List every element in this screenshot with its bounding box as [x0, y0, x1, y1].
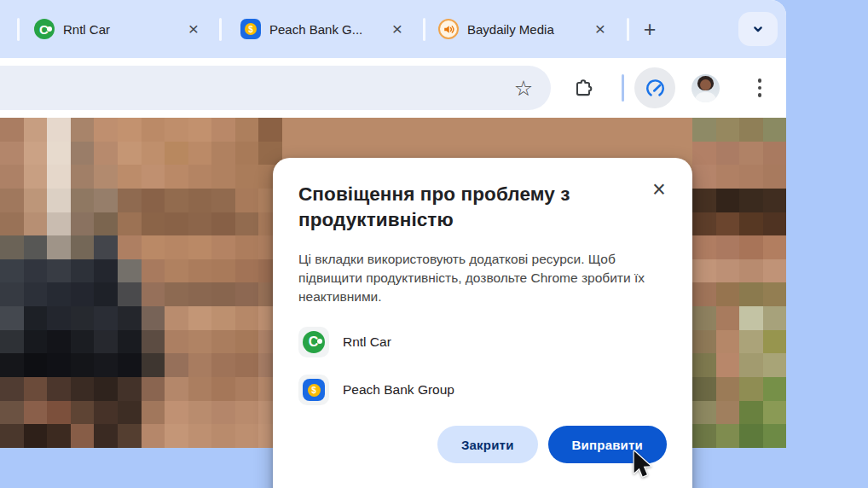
speedometer-icon: [644, 77, 667, 100]
extensions-puzzle-icon[interactable]: [570, 74, 597, 102]
tab-close-icon[interactable]: ×: [184, 20, 203, 38]
dialog-actions: Закрити Виправити: [298, 426, 667, 463]
dialog-title: Сповіщення про проблему з продуктивністю: [298, 182, 648, 233]
tab-strip: C Rntl Car × $ Peach Bank G... × Baydail…: [0, 0, 786, 58]
tab-close-icon[interactable]: ×: [388, 20, 407, 38]
three-dot-menu-icon[interactable]: [747, 75, 773, 101]
tab-separator: [423, 18, 425, 41]
rntl-car-icon: C: [303, 331, 325, 353]
favicon-container: $: [298, 375, 329, 405]
list-item-peach-bank: $ Peach Bank Group: [298, 375, 667, 405]
toolbar-separator: [622, 74, 624, 102]
close-button[interactable]: Закрити: [437, 426, 538, 463]
chevron-down-icon: [749, 20, 767, 38]
rntl-car-favicon: C: [34, 19, 55, 39]
list-item-rntl-car: C Rntl Car: [298, 327, 667, 357]
user-avatar[interactable]: [692, 74, 720, 102]
tab-separator: [627, 18, 629, 41]
tab-label: Baydaily Media: [467, 22, 554, 37]
dialog-body-text: Ці вкладки використовують додаткові ресу…: [298, 250, 667, 306]
peach-bank-icon: $: [303, 379, 325, 401]
tab-separator: [17, 18, 20, 41]
audio-speaker-favicon: [438, 19, 459, 39]
tab-rntl-car[interactable]: C Rntl Car ×: [34, 0, 203, 58]
mouse-cursor: [630, 450, 654, 480]
tab-list: C Rntl Car $ Peach Bank Group: [298, 327, 667, 405]
new-tab-button[interactable]: +: [636, 15, 663, 43]
content-pixels-right: [692, 118, 786, 448]
tab-label: Rntl Car: [63, 22, 110, 37]
peach-bank-favicon: $: [240, 19, 261, 39]
item-label: Rntl Car: [343, 334, 391, 350]
tab-search-chevron-button[interactable]: [738, 12, 778, 46]
tab-peach-bank[interactable]: $ Peach Bank G... ×: [240, 0, 407, 58]
close-icon[interactable]: ×: [645, 175, 674, 204]
tab-separator: [219, 18, 222, 41]
performance-speedometer-button[interactable]: [634, 67, 675, 108]
tab-close-icon[interactable]: ×: [591, 20, 610, 38]
bookmark-star-icon[interactable]: ☆: [508, 73, 539, 103]
tab-baydaily-media[interactable]: Baydaily Media ×: [438, 0, 610, 58]
browser-toolbar: ☆: [0, 58, 786, 118]
content-pixels-left: [0, 118, 282, 448]
item-label: Peach Bank Group: [343, 382, 454, 398]
address-bar[interactable]: [0, 66, 551, 110]
favicon-container: C: [298, 327, 329, 357]
performance-alert-dialog: Сповіщення про проблему з продуктивністю…: [273, 158, 692, 488]
tab-label: Peach Bank G...: [269, 22, 362, 37]
